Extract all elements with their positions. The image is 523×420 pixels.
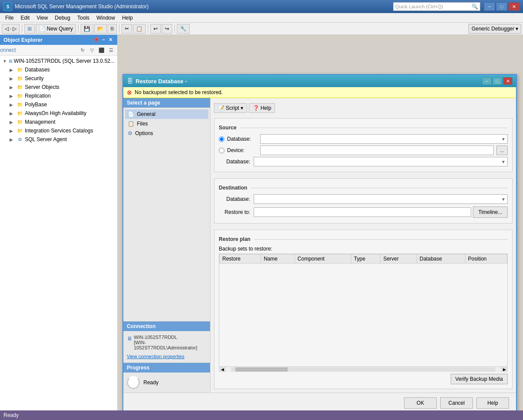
help-footer-button[interactable]: Help	[476, 397, 509, 409]
sql-agent-icon: ⚙	[17, 136, 24, 143]
dialog-maximize-button[interactable]: □	[492, 77, 502, 85]
menu-window[interactable]: Window	[93, 14, 119, 22]
alwayson-node[interactable]: ▶ 📁 AlwaysOn High Availability	[1, 109, 116, 118]
redo-btn[interactable]: ↪	[162, 24, 172, 34]
replication-expand-icon[interactable]: ▶	[10, 94, 17, 98]
debug-btn[interactable]: 🔧	[177, 24, 190, 34]
open-btn[interactable]: 📂	[94, 24, 107, 34]
server-expand-icon[interactable]: ▼	[3, 59, 7, 64]
sql-agent-node[interactable]: ▶ ⚙ SQL Server Agent	[1, 135, 116, 144]
oe-auto-hide-button[interactable]: −	[101, 37, 106, 43]
page-files[interactable]: 📋 Files	[125, 119, 208, 129]
ok-button[interactable]: OK	[404, 397, 437, 409]
device-browse-button[interactable]: ...	[496, 146, 508, 155]
quick-launch-search[interactable]: Quick Launch (Ctrl+Q) 🔍	[393, 2, 480, 11]
cancel-button[interactable]: Cancel	[440, 397, 473, 409]
toolbar-btn-1[interactable]: ◁ · ▷	[2, 24, 20, 34]
source-database-dropdown[interactable]: ▼	[260, 134, 508, 144]
sql-agent-expand-icon[interactable]: ▶	[10, 137, 17, 142]
menu-edit[interactable]: Edit	[17, 14, 33, 22]
restore-to-label: Restore to:	[219, 209, 254, 215]
search-icon[interactable]: 🔍	[472, 3, 478, 10]
restore-plan-title: Restore plan	[219, 236, 254, 242]
new-query-button[interactable]: 📄 New Query	[36, 24, 76, 34]
undo-btn[interactable]: ↩	[150, 24, 161, 34]
oe-menu-btn[interactable]: ☰	[107, 46, 115, 54]
menu-tools[interactable]: Tools	[74, 14, 93, 22]
management-node[interactable]: ▶ 📁 Management	[1, 118, 116, 126]
toolbar-sep-2	[78, 24, 78, 33]
alwayson-expand-icon[interactable]: ▶	[10, 111, 17, 116]
connect-btn[interactable]: ⊞	[24, 24, 35, 34]
databases-folder-icon: 📁	[17, 66, 24, 73]
polybase-node[interactable]: ▶ 📁 PolyBase	[1, 100, 116, 109]
oe-filter-btn[interactable]: ▽	[88, 46, 96, 54]
page-general-label: General	[137, 111, 156, 117]
table-horizontal-scrollbar[interactable]: ◀ ▶	[219, 367, 508, 372]
server-objects-node[interactable]: ▶ 📁 Server Objects	[1, 83, 116, 91]
integration-node[interactable]: ▶ 📁 Integration Services Catalogs	[1, 126, 116, 135]
dialog-footer: OK Cancel Help	[123, 393, 516, 413]
col-type: Type	[351, 254, 380, 264]
device-radio[interactable]	[219, 148, 224, 153]
oe-pin-button[interactable]: 📌	[92, 37, 100, 43]
scroll-left-button[interactable]: ◀	[219, 367, 226, 372]
page-general[interactable]: 📄 General	[125, 109, 208, 119]
scroll-thumb[interactable]	[235, 367, 288, 372]
device-dropdown[interactable]	[260, 146, 494, 155]
scroll-right-button[interactable]: ▶	[501, 367, 508, 372]
minimize-button[interactable]: −	[484, 2, 495, 11]
cut-btn[interactable]: ✂	[122, 24, 132, 34]
save-btn[interactable]: 💾	[81, 24, 93, 34]
menu-help[interactable]: Help	[119, 14, 136, 22]
menu-file[interactable]: File	[2, 14, 17, 22]
close-button[interactable]: ✕	[508, 2, 520, 11]
copy-btn[interactable]: ⎘	[108, 24, 117, 34]
oe-stop-btn[interactable]: ⬛	[97, 46, 106, 54]
destination-database-dropdown[interactable]: ▼	[254, 194, 508, 204]
dialog-minimize-button[interactable]: −	[482, 77, 492, 85]
maximize-button[interactable]: □	[496, 2, 507, 11]
timeline-button[interactable]: Timeline...	[473, 207, 508, 218]
security-node[interactable]: ▶ 📁 Security	[1, 74, 116, 83]
help-button[interactable]: ❓ Help	[249, 103, 275, 113]
replication-node[interactable]: ▶ 📁 Replication	[1, 91, 116, 100]
verify-backup-media-button[interactable]: Verify Backup Media	[451, 374, 508, 384]
menu-debug[interactable]: Debug	[51, 14, 74, 22]
backup-sets-table-container[interactable]: Restore Name Component Type Server Datab…	[219, 254, 508, 367]
server-node[interactable]: ▼ 🖥 WIN-1052ST7RDDL (SQL Server 13.0.52.…	[1, 57, 116, 65]
database-radio[interactable]	[219, 136, 224, 142]
menu-view[interactable]: View	[33, 14, 51, 22]
page-select-header: Select a page	[123, 98, 210, 108]
integration-label: Integration Services Catalogs	[25, 128, 93, 134]
oe-refresh-btn[interactable]: ↻	[78, 46, 87, 54]
dialog-close-button[interactable]: ✕	[503, 77, 513, 85]
oe-close-button[interactable]: ✕	[107, 37, 114, 43]
destination-divider-line	[251, 188, 508, 188]
app-title: Microsoft SQL Server Management Studio (…	[15, 3, 393, 10]
debugger-dropdown[interactable]: Generic Debugger ▾	[469, 24, 521, 34]
oe-connect-button[interactable]: ⊕ Connect ▾	[2, 46, 10, 54]
source-divider-line	[240, 128, 508, 128]
view-connection-properties-link[interactable]: View connection properties	[127, 354, 207, 359]
source-section: Source Database: ▼ Device:	[214, 118, 513, 172]
databases-node[interactable]: ▶ 📁 Databases	[1, 65, 116, 74]
integration-expand-icon[interactable]: ▶	[10, 129, 17, 133]
script-button[interactable]: 📝 Script ▾	[214, 103, 247, 113]
management-expand-icon[interactable]: ▶	[10, 120, 17, 125]
polybase-expand-icon[interactable]: ▶	[10, 102, 17, 107]
page-options[interactable]: ⚙ Options	[125, 129, 208, 138]
scroll-track[interactable]	[231, 367, 496, 372]
dialog-left-panel: Select a page 📄 General 📋 Files ⚙ Option…	[123, 98, 211, 393]
dialog-right-panel: 📝 Script ▾ ❓ Help Source	[211, 98, 516, 393]
dest-database-dropdown[interactable]: ▼	[254, 157, 508, 166]
security-expand-icon[interactable]: ▶	[10, 76, 17, 81]
restore-to-input[interactable]	[254, 207, 471, 217]
paste-btn[interactable]: 📋	[133, 24, 146, 34]
cut-icon: ✂	[125, 26, 129, 32]
server-objects-expand-icon[interactable]: ▶	[10, 85, 17, 90]
debug-icon: 🔧	[180, 26, 187, 32]
copy-icon: ⎘	[111, 26, 114, 32]
options-page-icon: ⚙	[128, 130, 132, 136]
databases-expand-icon[interactable]: ▶	[10, 68, 17, 72]
